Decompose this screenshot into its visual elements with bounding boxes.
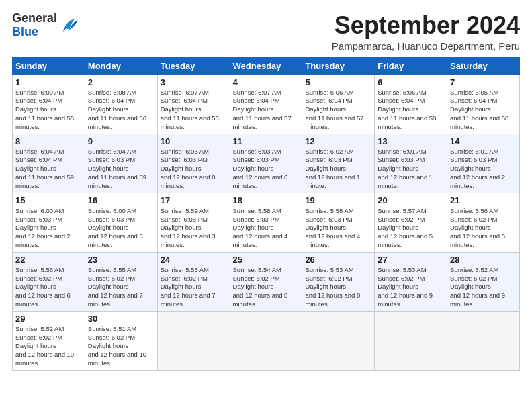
day-number: 15: [15, 195, 82, 205]
table-row: 28 Sunrise: 5:52 AMSunset: 6:02 PMDaylig…: [447, 252, 520, 311]
table-row: 5 Sunrise: 6:06 AMSunset: 6:04 PMDayligh…: [302, 75, 375, 134]
header: General Blue September 2024 Pampamarca, …: [12, 12, 520, 52]
table-row: 12 Sunrise: 6:02 AMSunset: 6:03 PMDaylig…: [302, 134, 375, 193]
day-detail: Sunrise: 6:01 AMSunset: 6:03 PMDaylight …: [378, 148, 433, 189]
day-number: 18: [233, 195, 300, 205]
table-row: 15 Sunrise: 6:00 AMSunset: 6:03 PMDaylig…: [13, 193, 85, 252]
table-row: 2 Sunrise: 6:08 AMSunset: 6:04 PMDayligh…: [85, 75, 157, 134]
logo-general: General: [12, 12, 57, 26]
calendar-table: Sunday Monday Tuesday Wednesday Thursday…: [12, 57, 520, 371]
day-detail: Sunrise: 5:52 AMSunset: 6:02 PMDaylight …: [450, 266, 505, 308]
day-number: 21: [450, 195, 517, 205]
day-number: 9: [88, 136, 154, 146]
day-detail: Sunrise: 6:01 AMSunset: 6:03 PMDaylight …: [450, 148, 505, 189]
day-detail: Sunrise: 5:58 AMSunset: 6:03 PMDaylight …: [233, 207, 288, 248]
day-detail: Sunrise: 6:03 AMSunset: 6:03 PMDaylight …: [161, 148, 216, 189]
day-detail: Sunrise: 6:04 AMSunset: 6:03 PMDaylight …: [88, 148, 146, 189]
day-detail: Sunrise: 5:59 AMSunset: 6:03 PMDaylight …: [161, 207, 216, 248]
calendar-row: 1 Sunrise: 6:09 AMSunset: 6:04 PMDayligh…: [13, 75, 520, 134]
day-detail: Sunrise: 5:53 AMSunset: 6:02 PMDaylight …: [305, 266, 360, 308]
day-detail: Sunrise: 5:54 AMSunset: 6:02 PMDaylight …: [233, 266, 288, 308]
table-row: 17 Sunrise: 5:59 AMSunset: 6:03 PMDaylig…: [157, 193, 230, 252]
day-detail: Sunrise: 5:53 AMSunset: 6:02 PMDaylight …: [378, 266, 433, 308]
month-title: September 2024: [332, 12, 520, 39]
day-number: 20: [378, 195, 444, 205]
day-number: 13: [378, 136, 444, 146]
col-monday: Monday: [85, 57, 157, 75]
day-detail: Sunrise: 5:56 AMSunset: 6:02 PMDaylight …: [15, 266, 71, 308]
table-row: [157, 311, 230, 370]
day-detail: Sunrise: 6:07 AMSunset: 6:04 PMDaylight …: [233, 89, 292, 130]
logo-blue: Blue: [12, 26, 57, 39]
logo-bird-icon: [58, 15, 80, 36]
table-row: 13 Sunrise: 6:01 AMSunset: 6:03 PMDaylig…: [375, 134, 447, 193]
table-row: 20 Sunrise: 5:57 AMSunset: 6:02 PMDaylig…: [375, 193, 447, 252]
table-row: 27 Sunrise: 5:53 AMSunset: 6:02 PMDaylig…: [375, 252, 447, 311]
day-number: 1: [15, 77, 82, 87]
calendar-row: 15 Sunrise: 6:00 AMSunset: 6:03 PMDaylig…: [13, 193, 520, 252]
day-number: 16: [88, 195, 154, 205]
col-wednesday: Wednesday: [230, 57, 302, 75]
day-detail: Sunrise: 6:06 AMSunset: 6:04 PMDaylight …: [305, 89, 363, 130]
logo: General Blue: [12, 12, 80, 39]
table-row: 23 Sunrise: 5:55 AMSunset: 6:02 PMDaylig…: [85, 252, 157, 311]
table-row: 16 Sunrise: 6:00 AMSunset: 6:03 PMDaylig…: [85, 193, 157, 252]
calendar-row: 8 Sunrise: 6:04 AMSunset: 6:04 PMDayligh…: [13, 134, 520, 193]
table-row: 25 Sunrise: 5:54 AMSunset: 6:02 PMDaylig…: [230, 252, 302, 311]
day-number: 17: [161, 195, 227, 205]
day-number: 30: [88, 314, 154, 324]
day-detail: Sunrise: 6:00 AMSunset: 6:03 PMDaylight …: [88, 207, 143, 248]
table-row: 11 Sunrise: 6:03 AMSunset: 6:03 PMDaylig…: [230, 134, 302, 193]
table-row: 22 Sunrise: 5:56 AMSunset: 6:02 PMDaylig…: [13, 252, 85, 311]
table-row: 26 Sunrise: 5:53 AMSunset: 6:02 PMDaylig…: [302, 252, 375, 311]
table-row: 1 Sunrise: 6:09 AMSunset: 6:04 PMDayligh…: [13, 75, 85, 134]
day-number: 2: [88, 77, 154, 87]
day-number: 8: [15, 136, 82, 146]
day-detail: Sunrise: 6:00 AMSunset: 6:03 PMDaylight …: [15, 207, 71, 248]
day-number: 26: [305, 255, 371, 265]
day-detail: Sunrise: 6:03 AMSunset: 6:03 PMDaylight …: [233, 148, 288, 189]
day-detail: Sunrise: 6:05 AMSunset: 6:04 PMDaylight …: [450, 89, 508, 130]
day-detail: Sunrise: 6:08 AMSunset: 6:04 PMDaylight …: [88, 89, 146, 130]
table-row: [230, 311, 302, 370]
table-row: 18 Sunrise: 5:58 AMSunset: 6:03 PMDaylig…: [230, 193, 302, 252]
day-number: 6: [378, 77, 444, 87]
table-row: 4 Sunrise: 6:07 AMSunset: 6:04 PMDayligh…: [230, 75, 302, 134]
day-detail: Sunrise: 6:09 AMSunset: 6:04 PMDaylight …: [15, 89, 74, 130]
day-number: 3: [161, 77, 227, 87]
day-number: 10: [161, 136, 227, 146]
day-number: 22: [15, 255, 82, 265]
day-detail: Sunrise: 5:52 AMSunset: 6:02 PMDaylight …: [15, 325, 74, 367]
day-number: 5: [305, 77, 371, 87]
day-detail: Sunrise: 5:58 AMSunset: 6:03 PMDaylight …: [305, 207, 360, 248]
col-thursday: Thursday: [302, 57, 375, 75]
day-number: 12: [305, 136, 371, 146]
table-row: [375, 311, 447, 370]
day-number: 28: [450, 255, 517, 265]
day-detail: Sunrise: 5:57 AMSunset: 6:02 PMDaylight …: [378, 207, 433, 248]
day-detail: Sunrise: 5:56 AMSunset: 6:02 PMDaylight …: [450, 207, 505, 248]
title-area: September 2024 Pampamarca, Huanuco Depar…: [332, 12, 520, 52]
day-number: 14: [450, 136, 517, 146]
calendar-row: 22 Sunrise: 5:56 AMSunset: 6:02 PMDaylig…: [13, 252, 520, 311]
table-row: 7 Sunrise: 6:05 AMSunset: 6:04 PMDayligh…: [447, 75, 520, 134]
page: General Blue September 2024 Pampamarca, …: [0, 0, 532, 411]
table-row: 3 Sunrise: 6:07 AMSunset: 6:04 PMDayligh…: [157, 75, 230, 134]
calendar-header-row: Sunday Monday Tuesday Wednesday Thursday…: [13, 57, 520, 75]
col-friday: Friday: [375, 57, 447, 75]
day-detail: Sunrise: 5:55 AMSunset: 6:02 PMDaylight …: [161, 266, 216, 308]
col-tuesday: Tuesday: [157, 57, 230, 75]
day-detail: Sunrise: 5:55 AMSunset: 6:02 PMDaylight …: [88, 266, 143, 308]
day-number: 27: [378, 255, 444, 265]
day-number: 23: [88, 255, 154, 265]
day-number: 11: [233, 136, 300, 146]
day-detail: Sunrise: 6:06 AMSunset: 6:04 PMDaylight …: [378, 89, 436, 130]
day-number: 19: [305, 195, 371, 205]
day-number: 24: [161, 255, 227, 265]
day-number: 7: [450, 77, 517, 87]
col-saturday: Saturday: [447, 57, 520, 75]
table-row: 8 Sunrise: 6:04 AMSunset: 6:04 PMDayligh…: [13, 134, 85, 193]
day-detail: Sunrise: 6:04 AMSunset: 6:04 PMDaylight …: [15, 148, 74, 189]
table-row: 14 Sunrise: 6:01 AMSunset: 6:03 PMDaylig…: [447, 134, 520, 193]
table-row: 6 Sunrise: 6:06 AMSunset: 6:04 PMDayligh…: [375, 75, 447, 134]
